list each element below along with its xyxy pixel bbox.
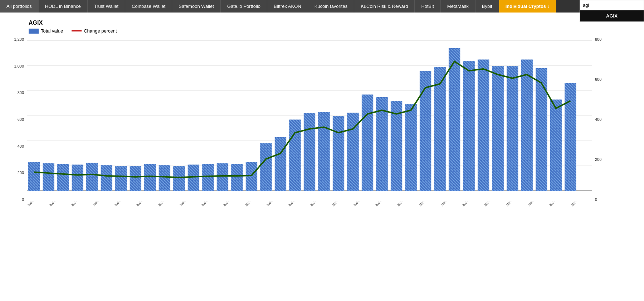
legend-bar-item: Total value — [29, 28, 63, 34]
x-axis-label: 2024-02-26 — [418, 202, 433, 207]
legend-bar-label: Total value — [41, 28, 63, 34]
chart-container: AGIX Total value Change percent 02004006… — [7, 20, 633, 234]
nav-tab-safemoon-wallet[interactable]: Safemoon Wallet — [172, 0, 221, 13]
main-chart-svg — [27, 37, 592, 202]
nav-tab-hodl-in-binance[interactable]: HODL in Binance — [39, 0, 88, 13]
x-axis-label: 2024-02-14 — [331, 202, 346, 207]
svg-rect-46 — [550, 100, 562, 191]
svg-rect-42 — [492, 66, 503, 191]
nav-tab-all-portfolios[interactable]: All portfolios — [0, 0, 39, 13]
svg-rect-29 — [304, 113, 315, 191]
y-left-label: 200 — [18, 171, 24, 175]
svg-rect-20 — [173, 166, 185, 191]
chart-title: AGIX — [29, 20, 612, 26]
chart-legend: Total value Change percent — [29, 28, 612, 34]
x-axis-label: 2024-03-03 — [462, 202, 476, 207]
dropdown-container: AGIX — [580, 0, 644, 22]
y-left-label: 1,000 — [14, 64, 24, 68]
y-left-label: 0 — [22, 197, 24, 202]
x-axis-label: 2024-02-02 — [244, 202, 259, 207]
x-axis-label: 2024-02-29 — [440, 202, 454, 207]
x-axis-label: 2024-03-18 — [570, 202, 585, 207]
svg-rect-27 — [275, 137, 286, 191]
svg-rect-21 — [188, 165, 199, 191]
nav-tab-hotbit[interactable]: HotBit — [415, 0, 440, 13]
legend-line-label: Change percent — [84, 28, 117, 34]
nav-tab-gate-io-portfolio[interactable]: Gate.io Portfolio — [221, 0, 267, 13]
y-right-label: 800 — [595, 37, 601, 41]
svg-rect-45 — [536, 68, 547, 191]
x-axis-label: 2024-01-30 — [223, 202, 237, 207]
y-left-label: 1,200 — [14, 37, 24, 41]
svg-rect-43 — [507, 66, 518, 191]
svg-rect-11 — [43, 163, 54, 191]
x-axis-label: 2024-01-07 — [49, 202, 63, 207]
x-axis-label: 2024-01-18 — [136, 202, 150, 207]
y-left-label: 600 — [18, 117, 24, 122]
svg-rect-30 — [318, 112, 330, 191]
svg-rect-24 — [231, 164, 243, 191]
svg-rect-10 — [28, 162, 40, 191]
svg-rect-14 — [86, 163, 98, 191]
nav-tab-trust-wallet[interactable]: Trust Wallet — [88, 0, 125, 13]
nav-tab-individual-cryptos--[interactable]: Individual Cryptos ↓ — [499, 0, 557, 13]
nav-tab-coinbase-wallet[interactable]: Coinbase Wallet — [125, 0, 172, 13]
nav-tab-kucoin-favorites[interactable]: Kucoin favorites — [308, 0, 355, 13]
x-axis-label: 2024-03-06 — [483, 202, 498, 207]
svg-rect-16 — [115, 166, 127, 191]
svg-rect-47 — [565, 83, 576, 191]
x-axis-label: 2024-02-05 — [266, 202, 280, 207]
x-axis-label: 2024-03-12 — [527, 202, 541, 207]
svg-rect-22 — [202, 164, 214, 191]
svg-rect-12 — [57, 164, 69, 191]
nav-tabs: All portfoliosHODL in BinanceTrust Walle… — [0, 0, 644, 13]
y-right-label: 200 — [595, 157, 601, 162]
x-axis-label: 2024-01-21 — [157, 202, 172, 207]
legend-line-item: Change percent — [72, 28, 117, 34]
svg-rect-36 — [405, 104, 416, 191]
nav-tab-metamask[interactable]: MetaMask — [441, 0, 475, 13]
dropdown-item-agix[interactable]: AGIX — [580, 10, 644, 21]
x-axis-label: 2024-03-09 — [505, 202, 519, 207]
y-axis-left: 02004006008001,0001,200 — [7, 37, 27, 202]
legend-line-swatch — [72, 30, 82, 31]
svg-rect-31 — [333, 116, 344, 191]
svg-rect-23 — [217, 163, 228, 191]
svg-rect-13 — [72, 165, 83, 191]
x-axis-label: 2024-02-20 — [375, 202, 389, 207]
y-right-label: 400 — [595, 117, 601, 122]
x-axis-label: 2024-01-10 — [70, 202, 85, 207]
y-right-label: 600 — [595, 77, 601, 82]
x-axis-label: 2024-01-04 — [27, 202, 41, 207]
svg-rect-15 — [101, 165, 112, 191]
svg-rect-33 — [362, 95, 373, 191]
y-right-label: 0 — [595, 197, 597, 202]
svg-rect-44 — [521, 60, 532, 191]
svg-rect-25 — [246, 162, 257, 191]
x-axis-label: 2024-02-17 — [353, 202, 367, 207]
svg-rect-39 — [449, 48, 460, 191]
x-axis-label: 2024-01-15 — [114, 202, 128, 207]
y-left-label: 400 — [18, 144, 24, 148]
x-axis-label: 2024-02-23 — [396, 202, 411, 207]
svg-rect-41 — [478, 60, 489, 191]
x-axis-label: 2024-03-15 — [548, 202, 563, 207]
svg-rect-19 — [159, 165, 170, 191]
y-axis-right: 0200400600800 — [592, 37, 612, 202]
y-left-label: 800 — [18, 90, 24, 95]
x-axis-label: 2024-01-13 — [92, 202, 106, 207]
chart-wrapper: 02004006008001,0001,200 0200400600800 — [7, 37, 612, 202]
nav-tab-kucoin-risk---reward[interactable]: KuCoin Risk & Reward — [354, 0, 415, 13]
x-axis-label: 2024-02-11 — [309, 202, 324, 207]
svg-rect-40 — [463, 61, 474, 191]
x-axis-label: 2024-01-27 — [201, 202, 215, 207]
svg-rect-17 — [130, 166, 141, 191]
svg-rect-18 — [144, 164, 156, 191]
svg-rect-26 — [260, 143, 272, 191]
nav-tab-bybit[interactable]: Bybit — [475, 0, 499, 13]
nav-tab-bittrex-akon[interactable]: Bittrex AKON — [267, 0, 308, 13]
x-axis-label: 2024-02-08 — [288, 202, 302, 207]
x-axis-labels: 2024-01-042024-01-072024-01-102024-01-13… — [27, 202, 592, 234]
legend-bar-swatch — [29, 29, 39, 34]
dropdown-search-input[interactable] — [580, 0, 644, 10]
